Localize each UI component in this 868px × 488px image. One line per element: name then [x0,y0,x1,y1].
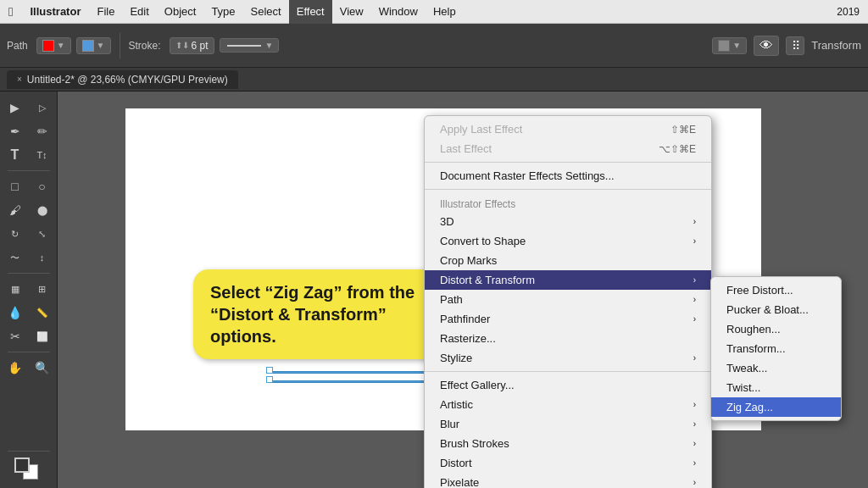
apply-last-shortcut: ⇧⌘E [670,124,696,136]
eyedropper-tool[interactable]: 💧 [3,302,28,324]
scale-tool[interactable]: ⤡ [30,223,55,245]
submenu-pucker-bloat[interactable]: Pucker & Bloat... [711,300,841,319]
menu-help[interactable]: Help [426,0,464,24]
effect-distort[interactable]: Distort › [425,453,711,473]
gradient-tool[interactable]: ▦ [3,278,28,300]
apple-menu[interactable]:  [0,4,21,19]
effect-menu: Apply Last Effect ⇧⌘E Last Effect ⌥⇧⌘E D… [424,115,712,488]
arrow-3d: › [693,217,696,226]
path-handle-tl [266,367,273,374]
tool-separator-2 [8,273,50,274]
menu-edit[interactable]: Edit [122,0,156,24]
menubar-right: 2019 [837,6,868,18]
pencil-tool[interactable]: ✏ [30,120,55,142]
effect-3d[interactable]: 3D › [425,212,711,231]
submenu-tweak[interactable]: Tweak... [711,358,841,378]
tool-separator-1 [8,170,50,171]
effect-rasterize[interactable]: Rasterize... [425,329,711,348]
path-handle-bl [266,376,273,383]
submenu-twist[interactable]: Twist... [711,378,841,397]
stroke-width-input[interactable]: ⬆⬇ 6 pt [170,37,214,54]
effect-path[interactable]: Path › [425,290,711,309]
menu-object[interactable]: Object [157,0,204,24]
tool-row-select: ▶ ▷ [3,97,55,119]
zoom-tool[interactable]: 🔍 [30,357,55,379]
measure-tool[interactable]: 📏 [30,302,55,324]
width-tool[interactable]: ↕ [30,247,55,269]
scissors-tool[interactable]: ✂ [3,325,28,347]
menu-sep-1 [425,162,711,163]
effect-crop-marks[interactable]: Crop Marks [425,251,711,270]
rotate-tool[interactable]: ↻ [3,223,28,245]
tool-row-slice: ✂ ⬜ [3,325,55,347]
document-raster-settings[interactable]: Document Raster Effects Settings... [425,166,711,186]
pen-tool[interactable]: ✒ [3,120,28,142]
toolbar-right: ▼ 👁 ⠿ Transform [712,36,861,56]
menu-window[interactable]: Window [371,0,426,24]
arrow-blur: › [693,419,696,429]
stroke-color-selector[interactable]: ▼ [76,37,111,54]
last-effect[interactable]: Last Effect ⌥⇧⌘E [425,139,711,158]
color-pair[interactable] [14,458,43,483]
effect-blur[interactable]: Blur › [425,414,711,434]
paintbrush-tool[interactable]: 🖌 [3,199,28,221]
effect-brush-strokes[interactable]: Brush Strokes › [425,434,711,453]
ellipse-tool[interactable]: ○ [30,175,55,197]
mesh-tool[interactable]: ⊞ [30,278,55,300]
menu-view[interactable]: View [332,0,371,24]
opacity-selector[interactable]: 👁 [754,36,779,56]
menu-select[interactable]: Select [243,0,289,24]
effect-stylize[interactable]: Stylize › [425,348,711,368]
app-name: Illustrator [21,5,89,18]
menu-effect[interactable]: Effect [289,0,332,24]
annotation-bubble: Select “Zig Zag” from the “Distort & Tra… [193,269,456,359]
rectangle-tool[interactable]: □ [3,175,28,197]
hand-tool[interactable]: ✋ [3,357,28,379]
illustrator-effects-header: Illustrator Effects [425,193,711,212]
warp-tool[interactable]: 〜 [3,247,28,269]
last-effect-shortcut: ⌥⇧⌘E [659,143,696,155]
selection-tool[interactable]: ▶ [3,97,28,119]
submenu-free-distort[interactable]: Free Distort... [711,280,841,300]
apply-last-effect[interactable]: Apply Last Effect ⇧⌘E [425,119,711,139]
submenu-roughen[interactable]: Roughen... [711,319,841,339]
grid-selector[interactable]: ⠿ [786,36,804,55]
stroke-style-selector[interactable]: ▼ [220,38,280,53]
arrow-convert: › [693,236,696,246]
tabbar: × Untitled-2* @ 23,66% (CMYK/GPU Preview… [0,68,868,92]
annotation-text: Select “Zig Zag” from the “Distort & Tra… [210,281,439,347]
menubar:  Illustrator File Edit Object Type Sele… [0,0,868,24]
effect-artistic[interactable]: Artistic › [425,395,711,414]
touch-type-tool[interactable]: T↕ [30,144,55,166]
foreground-color[interactable] [14,458,30,473]
style-selector[interactable]: ▼ [712,37,747,54]
stroke-label: Stroke: [129,40,161,52]
effect-convert-shape[interactable]: Convert to Shape › [425,231,711,251]
tool-row-eraser: ↻ ⤡ [3,223,55,245]
document-tab[interactable]: × Untitled-2* @ 23,66% (CMYK/GPU Preview… [7,70,238,89]
submenu-zig-zag[interactable]: Zig Zag... [711,397,841,417]
main-layout: ▶ ▷ ✒ ✏ T T↕ □ ○ 🖌 ⬤ ↻ ⤡ 〜 ↕ ▦ [0,92,868,488]
tab-title: Untitled-2* @ 23,66% (CMYK/GPU Preview) [27,74,228,86]
menu-type[interactable]: Type [203,0,242,24]
direct-selection-tool[interactable]: ▷ [30,97,55,119]
submenu-transform[interactable]: Transform... [711,339,841,358]
effect-pixelate[interactable]: Pixelate › [425,473,711,488]
left-toolbar: ▶ ▷ ✒ ✏ T T↕ □ ○ 🖌 ⬤ ↻ ⤡ 〜 ↕ ▦ [0,92,58,488]
eraser-tool[interactable]: ⬜ [30,325,55,347]
stroke-value: 6 pt [192,40,209,52]
menu-sep-2 [425,189,711,190]
menu-file[interactable]: File [89,0,122,24]
tool-row-hand: ✋ 🔍 [3,357,55,379]
type-tool[interactable]: T [3,144,28,166]
arrow-stylize: › [693,353,696,363]
fill-selector[interactable]: ▼ [36,37,71,54]
tool-separator-3 [8,352,50,352]
arrow-brush: › [693,439,696,448]
effect-gallery[interactable]: Effect Gallery... [425,375,711,395]
effect-distort-transform[interactable]: Distort & Transform › [425,270,711,290]
blob-brush-tool[interactable]: ⬤ [30,199,55,221]
tab-close-button[interactable]: × [17,75,22,84]
menu-sep-3 [425,371,711,372]
effect-pathfinder[interactable]: Pathfinder › [425,309,711,329]
